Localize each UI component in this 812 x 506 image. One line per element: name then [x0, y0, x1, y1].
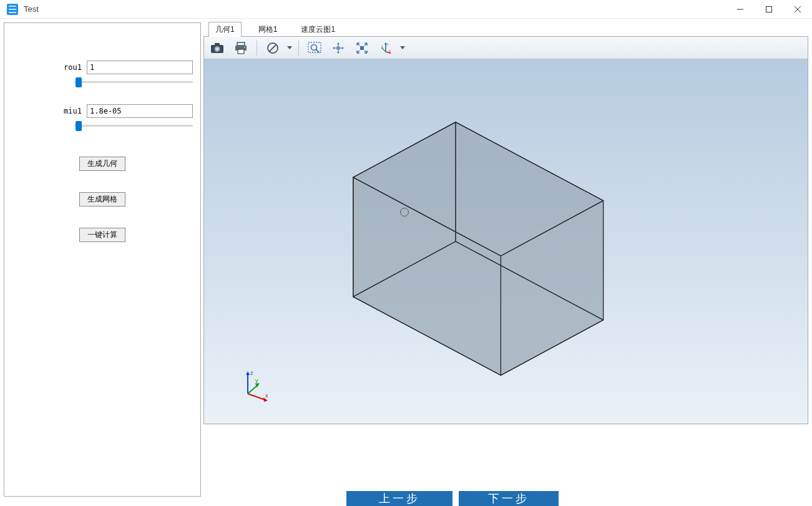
miu-input[interactable]	[87, 104, 193, 118]
transparency-button[interactable]	[262, 39, 283, 57]
svg-rect-12	[308, 42, 321, 52]
svg-line-11	[269, 44, 276, 52]
parameter-panel: rou1 miu1 生成几何 生成网格 一键计算	[4, 22, 201, 497]
one-click-compute-button[interactable]: 一键计算	[79, 228, 125, 242]
screenshot-button[interactable]	[207, 39, 228, 57]
zoom-extents-button[interactable]	[351, 39, 373, 57]
next-step-button[interactable]: 下一步	[459, 491, 559, 506]
rou-label: rou1	[12, 63, 87, 72]
viewport-3d[interactable]: z x y	[204, 59, 808, 424]
rou-slider[interactable]	[74, 77, 193, 88]
svg-rect-1	[766, 6, 772, 12]
axis-view-dropdown[interactable]	[399, 46, 406, 50]
miu-label: miu1	[12, 107, 87, 115]
pan-button[interactable]	[328, 39, 349, 57]
svg-text:y: y	[381, 44, 383, 47]
geometry-cube	[204, 59, 808, 424]
maximize-button[interactable]	[755, 0, 783, 18]
svg-point-13	[311, 44, 317, 50]
print-button[interactable]	[230, 39, 252, 57]
axis-view-button[interactable]: z x y	[375, 39, 396, 57]
tab-geometry[interactable]: 几何1	[208, 22, 242, 37]
rou-input[interactable]	[87, 61, 193, 74]
svg-rect-6	[237, 42, 245, 46]
svg-line-39	[248, 385, 258, 394]
svg-text:x: x	[265, 392, 268, 399]
svg-point-9	[244, 47, 245, 48]
origin-marker	[400, 208, 409, 217]
miu-slider[interactable]	[74, 120, 193, 132]
svg-text:y: y	[255, 377, 258, 384]
bottom-nav-partial: 上一步 下一步	[346, 491, 559, 506]
prev-step-button[interactable]: 上一步	[346, 491, 452, 506]
title-bar: Test	[0, 0, 812, 19]
viewer-frame: z x y	[203, 36, 808, 424]
svg-line-37	[248, 394, 265, 400]
window-controls	[726, 0, 812, 18]
generate-geometry-button[interactable]: 生成几何	[79, 157, 125, 171]
zoom-window-button[interactable]	[304, 39, 325, 57]
viewer-toolbar: z x y	[204, 37, 808, 59]
transparency-dropdown[interactable]	[286, 46, 293, 50]
tab-velocity-cloud[interactable]: 速度云图1	[294, 22, 342, 37]
svg-text:z: z	[250, 370, 253, 376]
svg-rect-8	[238, 49, 244, 54]
axis-triad: z x y	[235, 367, 273, 405]
app-icon	[5, 2, 20, 17]
tabs: 几何1 网格1 速度云图1	[203, 22, 808, 36]
viewer-area: 几何1 网格1 速度云图1	[203, 22, 808, 502]
svg-rect-3	[215, 43, 220, 46]
svg-text:x: x	[389, 49, 391, 52]
svg-text:z: z	[387, 42, 389, 46]
close-button[interactable]	[783, 0, 812, 18]
svg-point-5	[216, 47, 219, 51]
tab-mesh[interactable]: 网格1	[252, 22, 285, 37]
svg-rect-18	[360, 46, 364, 50]
generate-mesh-button[interactable]: 生成网格	[79, 192, 125, 207]
svg-line-14	[316, 49, 320, 52]
minimize-button[interactable]	[726, 0, 755, 18]
window-title: Test	[24, 4, 726, 14]
